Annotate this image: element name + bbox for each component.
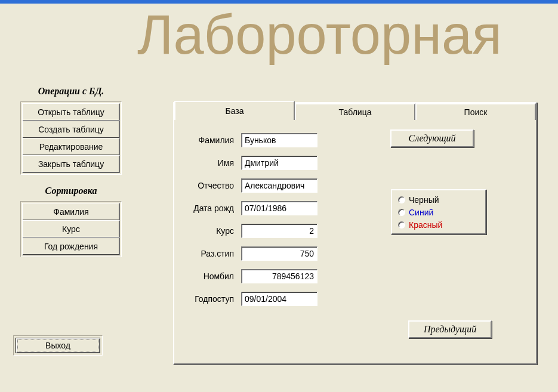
row-stipend: Раз.стип (181, 246, 529, 261)
row-surname: Фамилия (181, 133, 529, 147)
row-name: Имя (181, 156, 529, 170)
input-stipend[interactable] (241, 246, 317, 261)
operations-heading: Операции с БД. (20, 86, 122, 97)
open-table-button[interactable]: Открыть таблицу (22, 103, 120, 121)
input-enroll[interactable] (241, 292, 317, 306)
app-root: Лабороторная Операции с БД. Открыть табл… (0, 4, 558, 392)
label-course: Курс (181, 226, 241, 236)
label-enroll: Годпоступ (181, 294, 241, 304)
label-ticket: Номбил (181, 271, 241, 281)
main-panel: База Таблица Поиск Фамилия Имя Отчество … (173, 102, 537, 365)
tab-base[interactable]: База (174, 101, 295, 120)
sort-group: Фамилия Курс Год рождения (20, 201, 122, 257)
radio-icon (398, 209, 405, 216)
label-stipend: Раз.стип (181, 249, 241, 258)
row-enroll: Годпоступ (181, 292, 529, 306)
radio-color-black[interactable]: Черный (398, 194, 479, 206)
sort-heading: Сортировка (20, 186, 122, 196)
tab-search[interactable]: Поиск (415, 103, 536, 120)
label-name: Имя (181, 158, 241, 168)
label-surname: Фамилия (181, 135, 241, 145)
sort-surname-button[interactable]: Фамилия (22, 203, 120, 221)
input-birthdate[interactable] (241, 201, 317, 215)
edit-button[interactable]: Редактирование (22, 138, 120, 156)
page-title: Лабороторная (137, 4, 502, 66)
prev-button[interactable]: Предыдущий (408, 320, 492, 338)
tab-table[interactable]: Таблица (295, 103, 415, 120)
tab-strip: База Таблица Поиск (174, 102, 536, 120)
sidebar: Операции с БД. Открыть таблицу Создать т… (20, 86, 122, 268)
create-table-button[interactable]: Создать таблицу (22, 121, 120, 138)
input-ticket[interactable] (241, 269, 317, 283)
radio-label-red: Красный (409, 220, 442, 230)
input-name[interactable] (241, 156, 317, 170)
radio-color-red[interactable]: Красный (398, 219, 479, 231)
sort-birthyear-button[interactable]: Год рождения (22, 237, 120, 255)
radio-icon (398, 196, 405, 203)
label-patronymic: Отчество (181, 181, 241, 190)
radio-color-blue[interactable]: Синий (398, 206, 479, 218)
next-button[interactable]: Следующий (390, 129, 474, 147)
exit-panel: Выход (13, 335, 103, 356)
color-radio-panel: Черный Синий Красный (391, 189, 486, 234)
radio-icon (398, 221, 405, 229)
row-ticket: Номбил (181, 269, 529, 283)
input-patronymic[interactable] (241, 178, 317, 193)
exit-button[interactable]: Выход (16, 338, 100, 353)
radio-label-black: Черный (409, 195, 439, 205)
input-course[interactable] (241, 224, 317, 238)
operations-group: Открыть таблицу Создать таблицу Редактир… (20, 101, 122, 175)
label-birthdate: Дата рожд (181, 203, 241, 213)
radio-label-blue: Синий (409, 208, 433, 217)
input-surname[interactable] (241, 133, 317, 147)
sort-course-button[interactable]: Курс (22, 220, 120, 238)
close-table-button[interactable]: Закрыть таблицу (22, 155, 120, 173)
